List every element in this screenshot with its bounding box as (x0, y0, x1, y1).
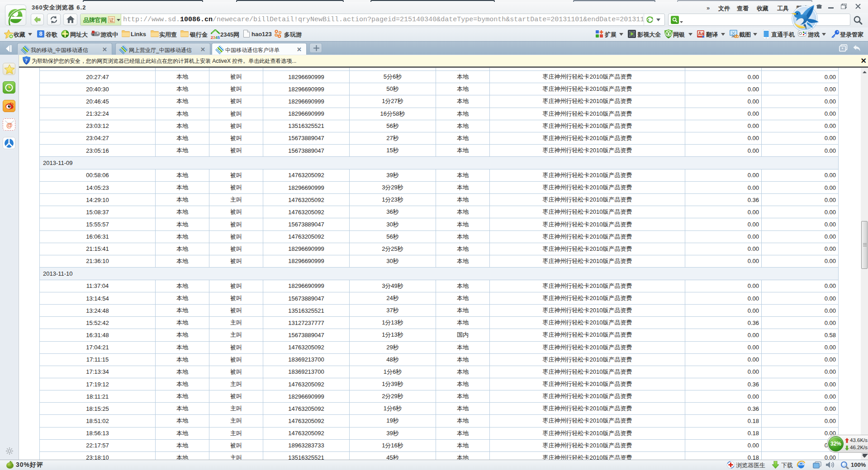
svg-text:2345: 2345 (211, 35, 220, 39)
svg-text:@: @ (6, 122, 13, 129)
svg-text:Aa: Aa (698, 31, 704, 36)
svg-text:e: e (647, 18, 649, 22)
svg-text:?: ? (25, 57, 28, 64)
